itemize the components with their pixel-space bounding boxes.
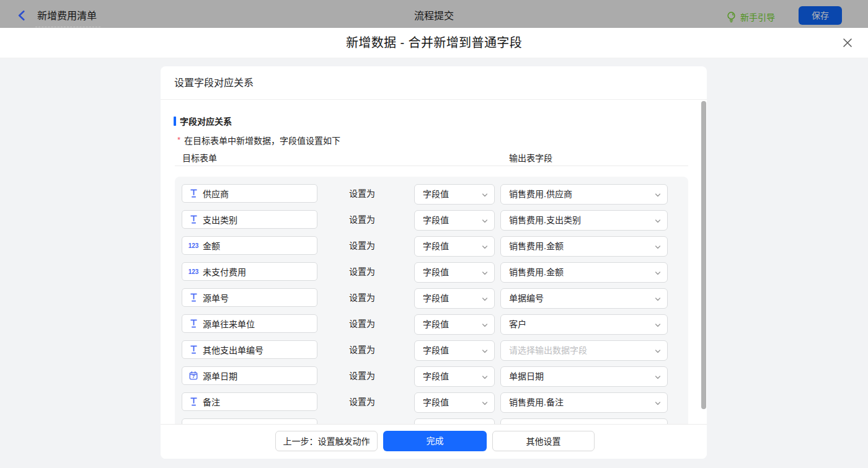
svg-text:7: 7 bbox=[192, 374, 195, 379]
